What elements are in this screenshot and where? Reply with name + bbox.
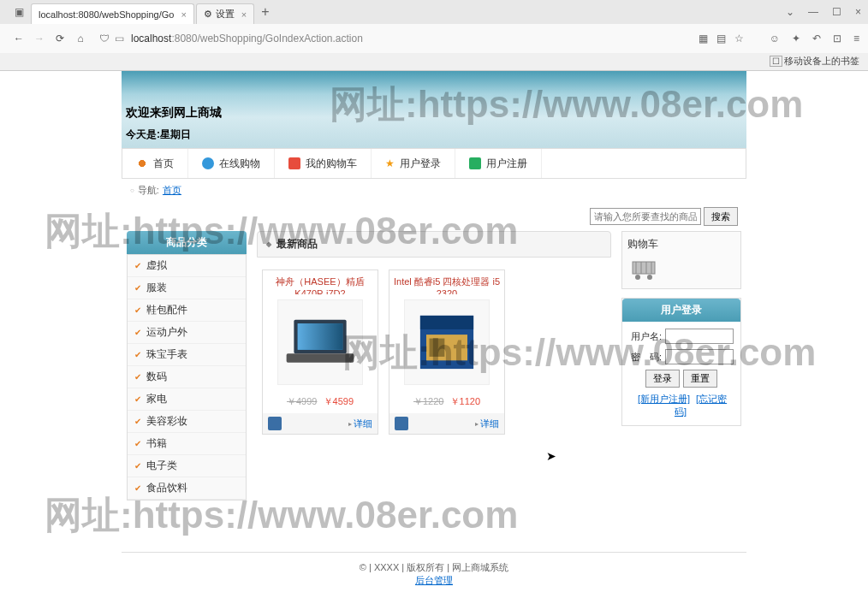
forward-button[interactable]: → [29, 33, 50, 44]
bookmark-star-icon[interactable]: ☆ [734, 33, 744, 44]
category-label: 虚拟 [146, 258, 167, 273]
breadcrumb-home-link[interactable]: 首页 [163, 184, 181, 197]
category-label: 珠宝手表 [146, 347, 187, 362]
product-image[interactable] [404, 299, 490, 385]
right-sidebar: 购物车 用户登录 用户名: 密 码: [621, 231, 741, 500]
old-price: ￥1220 [413, 396, 443, 406]
mobile-icon: ☐ [770, 56, 782, 67]
library-icon[interactable]: ⊡ [833, 33, 841, 44]
category-item[interactable]: 电子类 [128, 455, 246, 477]
product-image[interactable] [277, 299, 363, 385]
back-button[interactable]: ← [9, 33, 29, 44]
register-link[interactable]: [新用户注册] [638, 394, 690, 404]
nav-shop[interactable]: 在线购物 [188, 149, 275, 178]
category-item[interactable]: 鞋包配件 [128, 299, 246, 322]
product-card: 神舟（HASEE）精盾K470P-i7D2 ￥4999 ￥4599 详细 [262, 270, 378, 435]
shield-icon[interactable]: 🛡 [99, 33, 110, 44]
nav-register[interactable]: 用户注册 [455, 149, 542, 178]
search-button[interactable]: 搜索 [704, 207, 738, 226]
reader-icon[interactable]: ▤ [716, 33, 726, 44]
category-item[interactable]: 运动户外 [128, 322, 246, 344]
search-row: 搜索 [122, 202, 746, 231]
minimize-icon[interactable]: — [808, 6, 818, 18]
detail-link[interactable]: 详细 [348, 418, 372, 430]
tab-settings[interactable]: ⚙ 设置 × [196, 3, 254, 24]
login-title: 用户登录 [622, 299, 740, 322]
nav-login[interactable]: ★用户登录 [372, 149, 455, 178]
nav-home[interactable]: 首页 [122, 149, 188, 178]
new-price: ￥4599 [324, 396, 354, 406]
page-icon: ▭ [115, 33, 124, 44]
category-item[interactable]: 食品饮料 [128, 477, 246, 500]
qr-icon[interactable]: ▦ [699, 33, 708, 44]
new-price: ￥1120 [450, 396, 480, 406]
extensions-icon[interactable]: ✦ [792, 33, 800, 44]
password-label: 密 码: [629, 351, 662, 364]
category-item[interactable]: 虚拟 [128, 255, 246, 277]
product-footer: 详细 [389, 413, 504, 434]
sidebar-toggle-icon[interactable]: ▣ [7, 3, 31, 21]
url-bar[interactable]: 🛡 ▭ localhost:8080/webShopping/GoIndexAc… [99, 33, 744, 44]
url-text: localhost:8080/webShopping/GoIndexAction… [131, 33, 363, 44]
tab-active[interactable]: localhost:8080/webShopping/Go × [31, 3, 194, 24]
category-label: 鞋包配件 [146, 303, 187, 317]
nav-label: 我的购物车 [306, 157, 357, 171]
tab-title: 设置 [216, 8, 235, 21]
detail-text: 详细 [480, 418, 499, 430]
admin-link[interactable]: 后台管理 [415, 575, 453, 585]
mobile-bookmarks-link[interactable]: 移动设备上的书签 [784, 56, 859, 66]
undo-icon[interactable]: ↶ [812, 33, 821, 44]
section-title: 最新商品 [257, 231, 611, 258]
home-button[interactable]: ⌂ [70, 33, 91, 44]
product-price: ￥1220 ￥1120 [389, 390, 504, 413]
cpu-box-icon [413, 308, 481, 376]
close-window-icon[interactable]: × [855, 6, 861, 18]
cart-icon[interactable] [627, 255, 662, 281]
svg-rect-2 [298, 323, 343, 350]
reload-button[interactable]: ⟳ [50, 33, 70, 44]
category-title: 商品分类 [127, 231, 247, 254]
login-button[interactable]: 登录 [645, 370, 680, 388]
svg-point-13 [635, 275, 640, 280]
category-label: 美容彩妆 [146, 414, 187, 429]
category-item[interactable]: 珠宝手表 [128, 344, 246, 366]
category-item[interactable]: 美容彩妆 [128, 411, 246, 433]
username-input[interactable] [665, 329, 734, 344]
product-price: ￥4999 ￥4599 [263, 390, 378, 413]
home-icon [136, 157, 148, 169]
browser-chrome: ▣ localhost:8080/webShopping/Go × ⚙ 设置 ×… [0, 0, 868, 71]
svg-rect-7 [430, 339, 445, 357]
new-tab-button[interactable]: + [261, 4, 269, 20]
user-icon [469, 157, 481, 169]
cart-add-icon[interactable] [268, 417, 282, 430]
product-name[interactable]: 神舟（HASEE）精盾K470P-i7D2 [263, 270, 378, 294]
nav-mycart[interactable]: 我的购物车 [275, 149, 372, 178]
password-input[interactable] [665, 349, 734, 364]
detail-link[interactable]: 详细 [475, 418, 499, 430]
menu-icon[interactable]: ≡ [853, 33, 859, 44]
category-item[interactable]: 服装 [128, 277, 246, 299]
category-item[interactable]: 数码 [128, 366, 246, 388]
close-icon[interactable]: × [241, 9, 247, 20]
cursor-icon: ➤ [546, 449, 556, 463]
category-item[interactable]: 家电 [128, 388, 246, 411]
reset-button[interactable]: 重置 [683, 370, 717, 388]
category-item[interactable]: 书籍 [128, 433, 246, 455]
chevron-down-icon[interactable]: ⌄ [786, 6, 794, 18]
product-footer: 详细 [263, 413, 378, 434]
nav-label: 首页 [153, 157, 174, 171]
laptop-icon [282, 312, 359, 372]
section-title-text: 最新商品 [276, 237, 318, 252]
category-sidebar: 商品分类 虚拟 服装 鞋包配件 运动户外 珠宝手表 数码 家电 美容彩妆 书籍 … [127, 231, 247, 500]
close-icon[interactable]: × [181, 9, 186, 20]
svg-rect-5 [420, 316, 473, 329]
account-icon[interactable]: ☺ [770, 33, 780, 44]
product-name[interactable]: Intel 酷睿i5 四核处理器 i5 2320 [389, 270, 504, 294]
gear-icon: ⚙ [204, 9, 212, 20]
star-icon: ★ [385, 157, 395, 169]
cart-add-icon[interactable] [395, 417, 408, 430]
maximize-icon[interactable]: ☐ [832, 6, 841, 18]
globe-icon [202, 157, 214, 169]
username-row: 用户名: [629, 329, 734, 344]
search-input[interactable] [590, 208, 701, 225]
